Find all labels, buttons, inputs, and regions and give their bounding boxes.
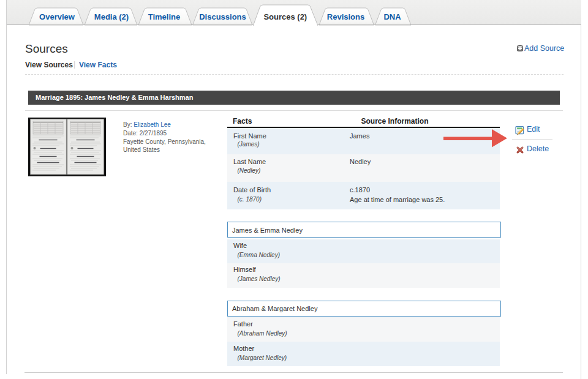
svg-text:DNA: DNA [383,12,401,21]
svg-text:Sources (2): Sources (2) [263,12,307,21]
svg-text:Discussions: Discussions [199,12,246,21]
svg-text:Revisions: Revisions [327,12,364,21]
svg-text:Overview: Overview [39,12,75,21]
svg-text:Media (2): Media (2) [94,12,129,21]
svg-text:Timeline: Timeline [148,12,181,21]
